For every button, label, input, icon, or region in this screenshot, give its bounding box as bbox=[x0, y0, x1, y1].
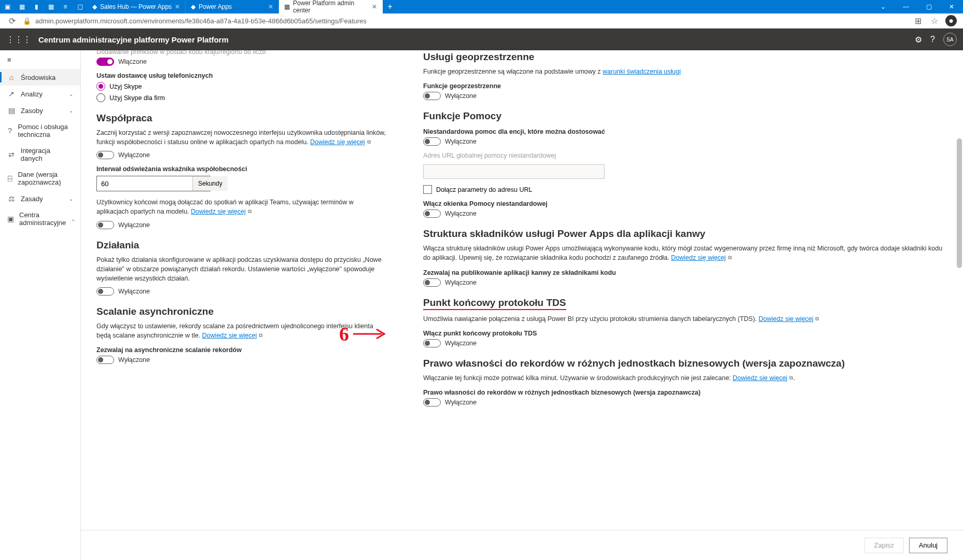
footer: Zapisz Anuluj bbox=[81, 530, 963, 560]
taskbar-app[interactable]: ▦ bbox=[44, 0, 58, 13]
chevron-down-icon: ⌄ bbox=[69, 196, 73, 202]
browser-tab[interactable]: ◆Sales Hub — Power Apps✕ bbox=[87, 0, 186, 13]
sidebar-item-admin-centers[interactable]: ▣Centra administracyjne⌄ bbox=[0, 207, 80, 231]
pcf-desc: Włącza strukturę składników usługi Power… bbox=[423, 244, 947, 262]
window-maximize[interactable]: ▢ bbox=[917, 0, 940, 13]
taskbar-app[interactable]: ▢ bbox=[73, 0, 87, 13]
browser-tab[interactable]: ◆Power Apps✕ bbox=[186, 0, 279, 13]
help-heading: Funkcje Pomocy bbox=[423, 110, 947, 122]
collab-toggle[interactable]: Wyłączone bbox=[96, 151, 387, 159]
collab-heading: Współpraca bbox=[96, 113, 387, 124]
main-content: Dodawanie prefiksów w postaci kodu kraju… bbox=[81, 50, 963, 560]
taskbar-app[interactable]: ▣ bbox=[0, 0, 15, 13]
close-tab-icon[interactable]: ✕ bbox=[175, 3, 180, 10]
external-icon: ⧉ bbox=[815, 315, 819, 323]
sidebar-item-policies[interactable]: ⚖Zasady⌄ bbox=[0, 190, 80, 207]
external-icon: ⧉ bbox=[259, 332, 262, 340]
tds-heading: Punkt końcowy protokołu TDS bbox=[423, 297, 947, 310]
actions-toggle[interactable]: Wyłączone bbox=[96, 287, 387, 296]
url-field[interactable]: 🔒 admin.powerplatform.microsoft.com/envi… bbox=[23, 17, 907, 25]
browser-tab-active[interactable]: ▦Power Platform admin center✕ bbox=[279, 0, 383, 13]
terms-link[interactable]: warunki świadczenia usługi bbox=[603, 68, 681, 75]
sidebar-item-integration[interactable]: ⇄Integracja danych bbox=[0, 143, 80, 166]
async-desc: Gdy włączysz to ustawienie, rekordy scal… bbox=[96, 321, 387, 340]
window-close[interactable]: ✕ bbox=[940, 0, 963, 13]
telephony-label: Ustaw dostawcę usług telefonicznych bbox=[96, 72, 387, 79]
reload-icon[interactable]: ⟳ bbox=[6, 15, 18, 26]
globe-icon: ⌂ bbox=[7, 73, 16, 81]
chevron-down-icon: ⌄ bbox=[69, 91, 73, 97]
radio-skype[interactable]: Użyj Skype bbox=[96, 82, 387, 91]
sidebar-toggle[interactable]: ≡ bbox=[0, 50, 80, 69]
app-title: Centrum administracyjne platformy Power … bbox=[38, 35, 229, 44]
learn-more-link[interactable]: Dowiedz się więcej bbox=[733, 374, 788, 382]
new-tab-button[interactable]: + bbox=[383, 2, 397, 11]
gear-icon[interactable]: ⚙ bbox=[915, 35, 922, 45]
interval-input[interactable]: Sekundy bbox=[96, 176, 211, 191]
learn-more-link[interactable]: Dowiedz się więcej bbox=[310, 138, 365, 146]
actions-desc: Pokaż tylko działania skonfigurowane w a… bbox=[96, 255, 387, 283]
app-header: ⋮⋮⋮ Centrum administracyjne platformy Po… bbox=[0, 29, 963, 50]
taskbar-app[interactable]: ▦ bbox=[15, 0, 29, 13]
database-icon: ⌸ bbox=[7, 174, 12, 183]
pcf-heading: Struktura składników usługi Power Apps d… bbox=[423, 228, 947, 240]
sidebar-item-analytics[interactable]: ↗Analizy⌄ bbox=[0, 86, 80, 102]
ownership-toggle[interactable]: Wyłączone bbox=[423, 398, 947, 407]
help-custom-label: Niestandardowa pomoc dla encji, które mo… bbox=[423, 128, 947, 135]
chevron-down-icon: ⌄ bbox=[69, 108, 73, 114]
help-url-input[interactable] bbox=[423, 164, 605, 179]
help-custom-toggle[interactable]: Wyłączone bbox=[423, 137, 947, 146]
sidebar-item-environments[interactable]: ⌂Środowiska bbox=[0, 69, 80, 86]
geo-desc: Funkcje geoprzestrzenne są włączone na p… bbox=[423, 67, 947, 76]
taskbar-app[interactable]: ▮ bbox=[29, 0, 44, 13]
right-column: Usługi geoprzestrzenne Funkcje geoprzest… bbox=[423, 50, 947, 453]
avatar[interactable]: SA bbox=[943, 33, 957, 46]
ownership-heading: Prawo własności do rekordów w różnych je… bbox=[423, 358, 947, 369]
external-icon: ⧉ bbox=[367, 138, 371, 146]
sidebar-item-resources[interactable]: ▤Zasoby⌄ bbox=[0, 102, 80, 119]
help-params-checkbox[interactable]: Dołącz parametry do adresu URL bbox=[423, 185, 947, 194]
url-text: admin.powerplatform.microsoft.com/enviro… bbox=[35, 17, 367, 25]
pcf-toggle[interactable]: Wyłączone bbox=[423, 278, 947, 287]
windows-taskbar: ▣ ▦ ▮ ▦ ≡ ▢ ◆Sales Hub — Power Apps✕ ◆Po… bbox=[0, 0, 963, 13]
learn-more-link[interactable]: Dowiedz się więcej bbox=[759, 315, 814, 323]
prefix-toggle[interactable]: Włączone bbox=[96, 58, 387, 66]
async-heading: Scalanie asynchroniczne bbox=[96, 306, 387, 317]
window-dropdown[interactable]: ⌄ bbox=[872, 0, 895, 13]
window-minimize[interactable]: — bbox=[895, 0, 917, 13]
radio-skype-business[interactable]: Użyj Skype dla firm bbox=[96, 93, 387, 102]
external-icon: ⧉ bbox=[248, 208, 252, 216]
collab-desc: Zacznij korzystać z wersji zapoznawczej … bbox=[96, 128, 387, 147]
help-pane-toggle[interactable]: Wyłączone bbox=[423, 209, 947, 218]
tds-desc: Umożliwia nawiązanie połączenia z usługą… bbox=[423, 314, 947, 324]
install-icon[interactable]: ⊞ bbox=[912, 15, 924, 26]
geo-heading: Usługi geoprzestrzenne bbox=[423, 51, 947, 63]
learn-more-link[interactable]: Dowiedz się więcej bbox=[671, 254, 726, 261]
pcf-label: Zezwalaj na publikowanie aplikacji kanwy… bbox=[423, 269, 947, 276]
profile-icon[interactable]: ● bbox=[945, 15, 957, 26]
waffle-icon[interactable]: ⋮⋮⋮ bbox=[6, 35, 31, 45]
help-icon[interactable]: ? bbox=[930, 35, 935, 44]
sidebar-item-support[interactable]: ?Pomoc i obsługa techniczna bbox=[0, 119, 80, 143]
tds-toggle[interactable]: Wyłączone bbox=[423, 339, 947, 347]
teams-toggle[interactable]: Wyłączone bbox=[96, 221, 387, 229]
tds-label: Włącz punkt końcowy protokołu TDS bbox=[423, 330, 947, 337]
ownership-desc: Włączanie tej funkcji może potrwać kilka… bbox=[423, 373, 947, 383]
async-toggle[interactable]: Wyłączone bbox=[96, 356, 387, 364]
close-tab-icon[interactable]: ✕ bbox=[372, 3, 377, 10]
teams-desc: Użytkownicy końcowi mogą dołączać do spo… bbox=[96, 198, 387, 216]
learn-more-link[interactable]: Dowiedz się więcej bbox=[191, 208, 246, 215]
geo-label: Funkcje geoprzestrzenne bbox=[423, 82, 947, 90]
cancel-button[interactable]: Anuluj bbox=[909, 538, 947, 553]
close-tab-icon[interactable]: ✕ bbox=[268, 3, 273, 10]
save-button: Zapisz bbox=[864, 538, 904, 553]
learn-more-link[interactable]: Dowiedz się więcej bbox=[202, 332, 257, 339]
sidebar: ≡ ⌂Środowiska ↗Analizy⌄ ▤Zasoby⌄ ?Pomoc … bbox=[0, 50, 81, 560]
geo-toggle[interactable]: Wyłączone bbox=[423, 92, 947, 100]
browser-tabs: ◆Sales Hub — Power Apps✕ ◆Power Apps✕ ▦P… bbox=[87, 0, 872, 13]
scrollbar-thumb[interactable] bbox=[957, 138, 962, 268]
star-icon[interactable]: ☆ bbox=[929, 15, 940, 26]
taskbar-app[interactable]: ≡ bbox=[58, 0, 73, 13]
external-icon: ⧉ bbox=[728, 254, 732, 262]
sidebar-item-data[interactable]: ⌸Dane (wersja zapoznawcza) bbox=[0, 166, 80, 190]
